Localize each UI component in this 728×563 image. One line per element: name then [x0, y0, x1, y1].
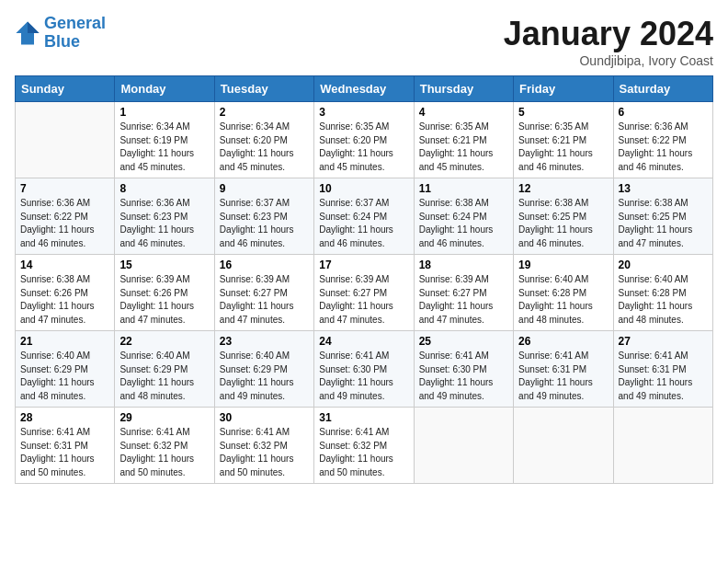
location: Oundjibipa, Ivory Coast [504, 53, 713, 68]
weekday-header-row: SundayMondayTuesdayWednesdayThursdayFrid… [16, 76, 713, 102]
day-info: Sunrise: 6:35 AM Sunset: 6:21 PM Dayligh… [518, 121, 608, 174]
day-info: Sunrise: 6:39 AM Sunset: 6:26 PM Dayligh… [119, 273, 209, 327]
day-number: 13 [619, 182, 708, 195]
calendar-table: SundayMondayTuesdayWednesdayThursdayFrid… [15, 75, 713, 484]
day-info: Sunrise: 6:40 AM Sunset: 6:28 PM Dayligh… [619, 273, 708, 327]
title-block: January 2024 Oundjibipa, Ivory Coast [504, 15, 713, 68]
day-number: 9 [220, 182, 309, 195]
weekday-header-sunday: Sunday [16, 76, 115, 102]
day-number: 30 [220, 411, 309, 424]
calendar-week-row: 1Sunrise: 6:34 AM Sunset: 6:19 PM Daylig… [16, 102, 713, 178]
weekday-header-thursday: Thursday [414, 76, 513, 102]
calendar-cell: 1Sunrise: 6:34 AM Sunset: 6:19 PM Daylig… [115, 102, 214, 178]
day-number: 21 [20, 335, 109, 348]
day-info: Sunrise: 6:39 AM Sunset: 6:27 PM Dayligh… [319, 273, 408, 327]
svg-marker-1 [28, 21, 40, 33]
day-info: Sunrise: 6:40 AM Sunset: 6:29 PM Dayligh… [20, 350, 109, 403]
day-number: 10 [319, 182, 408, 195]
day-number: 12 [518, 182, 608, 195]
calendar-cell: 10Sunrise: 6:37 AM Sunset: 6:24 PM Dayli… [314, 178, 414, 255]
day-info: Sunrise: 6:38 AM Sunset: 6:26 PM Dayligh… [20, 273, 109, 327]
calendar-cell: 14Sunrise: 6:38 AM Sunset: 6:26 PM Dayli… [16, 255, 115, 331]
day-number: 15 [119, 259, 209, 271]
day-info: Sunrise: 6:36 AM Sunset: 6:22 PM Dayligh… [20, 197, 109, 250]
day-number: 20 [619, 259, 708, 271]
day-number: 26 [518, 335, 608, 348]
day-info: Sunrise: 6:36 AM Sunset: 6:23 PM Dayligh… [119, 197, 209, 250]
calendar-week-row: 21Sunrise: 6:40 AM Sunset: 6:29 PM Dayli… [16, 331, 713, 408]
day-number: 28 [20, 411, 109, 424]
day-number: 8 [119, 182, 209, 195]
day-info: Sunrise: 6:37 AM Sunset: 6:24 PM Dayligh… [319, 197, 408, 250]
day-info: Sunrise: 6:40 AM Sunset: 6:29 PM Dayligh… [119, 350, 209, 403]
day-info: Sunrise: 6:40 AM Sunset: 6:29 PM Dayligh… [220, 350, 309, 403]
day-info: Sunrise: 6:39 AM Sunset: 6:27 PM Dayligh… [220, 273, 309, 327]
day-info: Sunrise: 6:38 AM Sunset: 6:25 PM Dayligh… [518, 197, 608, 250]
day-info: Sunrise: 6:36 AM Sunset: 6:22 PM Dayligh… [619, 121, 708, 174]
calendar-cell: 5Sunrise: 6:35 AM Sunset: 6:21 PM Daylig… [514, 102, 613, 178]
calendar-cell: 21Sunrise: 6:40 AM Sunset: 6:29 PM Dayli… [16, 331, 115, 408]
day-number: 1 [119, 106, 209, 119]
day-info: Sunrise: 6:41 AM Sunset: 6:31 PM Dayligh… [518, 350, 608, 403]
calendar-cell: 8Sunrise: 6:36 AM Sunset: 6:23 PM Daylig… [115, 178, 214, 255]
weekday-header-tuesday: Tuesday [214, 76, 313, 102]
day-info: Sunrise: 6:37 AM Sunset: 6:23 PM Dayligh… [220, 197, 309, 250]
day-info: Sunrise: 6:38 AM Sunset: 6:24 PM Dayligh… [419, 197, 508, 250]
day-number: 17 [319, 259, 408, 271]
logo-general: General [44, 14, 106, 32]
day-info: Sunrise: 6:35 AM Sunset: 6:21 PM Dayligh… [419, 121, 508, 174]
day-number: 3 [319, 106, 408, 119]
calendar-cell [16, 102, 115, 178]
logo-icon [15, 20, 40, 46]
day-number: 7 [20, 182, 109, 195]
calendar-cell: 7Sunrise: 6:36 AM Sunset: 6:22 PM Daylig… [16, 178, 115, 255]
calendar-cell: 29Sunrise: 6:41 AM Sunset: 6:32 PM Dayli… [115, 408, 214, 484]
weekday-header-monday: Monday [115, 76, 214, 102]
calendar-cell: 4Sunrise: 6:35 AM Sunset: 6:21 PM Daylig… [414, 102, 513, 178]
day-number: 5 [518, 106, 608, 119]
day-info: Sunrise: 6:41 AM Sunset: 6:32 PM Dayligh… [319, 426, 408, 479]
day-number: 6 [619, 106, 708, 119]
day-info: Sunrise: 6:35 AM Sunset: 6:20 PM Dayligh… [319, 121, 408, 174]
day-number: 18 [419, 259, 508, 271]
calendar-cell: 6Sunrise: 6:36 AM Sunset: 6:22 PM Daylig… [613, 102, 712, 178]
day-info: Sunrise: 6:41 AM Sunset: 6:30 PM Dayligh… [319, 350, 408, 403]
day-info: Sunrise: 6:41 AM Sunset: 6:32 PM Dayligh… [119, 426, 209, 479]
day-info: Sunrise: 6:38 AM Sunset: 6:25 PM Dayligh… [619, 197, 708, 250]
calendar-week-row: 14Sunrise: 6:38 AM Sunset: 6:26 PM Dayli… [16, 255, 713, 331]
month-title: January 2024 [504, 15, 713, 53]
day-number: 27 [619, 335, 708, 348]
calendar-cell: 12Sunrise: 6:38 AM Sunset: 6:25 PM Dayli… [514, 178, 613, 255]
calendar-cell [514, 408, 613, 484]
calendar-cell: 23Sunrise: 6:40 AM Sunset: 6:29 PM Dayli… [214, 331, 313, 408]
day-number: 4 [419, 106, 508, 119]
day-info: Sunrise: 6:41 AM Sunset: 6:31 PM Dayligh… [619, 350, 708, 403]
day-number: 29 [119, 411, 209, 424]
day-number: 14 [20, 259, 109, 271]
calendar-cell: 2Sunrise: 6:34 AM Sunset: 6:20 PM Daylig… [214, 102, 313, 178]
weekday-header-wednesday: Wednesday [314, 76, 414, 102]
day-info: Sunrise: 6:39 AM Sunset: 6:27 PM Dayligh… [419, 273, 508, 327]
calendar-cell: 25Sunrise: 6:41 AM Sunset: 6:30 PM Dayli… [414, 331, 513, 408]
calendar-week-row: 28Sunrise: 6:41 AM Sunset: 6:31 PM Dayli… [16, 408, 713, 484]
logo: General Blue [15, 15, 106, 52]
calendar-cell: 24Sunrise: 6:41 AM Sunset: 6:30 PM Dayli… [314, 331, 414, 408]
calendar-week-row: 7Sunrise: 6:36 AM Sunset: 6:22 PM Daylig… [16, 178, 713, 255]
calendar-cell: 13Sunrise: 6:38 AM Sunset: 6:25 PM Dayli… [613, 178, 712, 255]
calendar-cell: 28Sunrise: 6:41 AM Sunset: 6:31 PM Dayli… [16, 408, 115, 484]
page-header: General Blue January 2024 Oundjibipa, Iv… [15, 15, 713, 68]
weekday-header-friday: Friday [514, 76, 613, 102]
calendar-cell: 19Sunrise: 6:40 AM Sunset: 6:28 PM Dayli… [514, 255, 613, 331]
calendar-cell: 20Sunrise: 6:40 AM Sunset: 6:28 PM Dayli… [613, 255, 712, 331]
day-info: Sunrise: 6:41 AM Sunset: 6:31 PM Dayligh… [20, 426, 109, 479]
day-number: 19 [518, 259, 608, 271]
calendar-cell: 26Sunrise: 6:41 AM Sunset: 6:31 PM Dayli… [514, 331, 613, 408]
day-number: 2 [220, 106, 309, 119]
calendar-cell: 22Sunrise: 6:40 AM Sunset: 6:29 PM Dayli… [115, 331, 214, 408]
day-number: 22 [119, 335, 209, 348]
calendar-cell: 16Sunrise: 6:39 AM Sunset: 6:27 PM Dayli… [214, 255, 313, 331]
calendar-cell: 9Sunrise: 6:37 AM Sunset: 6:23 PM Daylig… [214, 178, 313, 255]
calendar-cell: 30Sunrise: 6:41 AM Sunset: 6:32 PM Dayli… [214, 408, 313, 484]
calendar-cell: 18Sunrise: 6:39 AM Sunset: 6:27 PM Dayli… [414, 255, 513, 331]
calendar-cell: 27Sunrise: 6:41 AM Sunset: 6:31 PM Dayli… [613, 331, 712, 408]
